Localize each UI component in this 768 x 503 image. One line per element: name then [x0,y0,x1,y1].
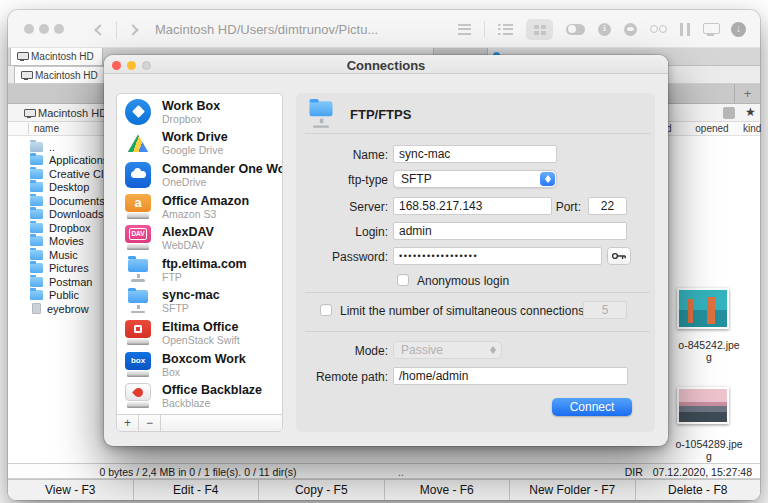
download-icon[interactable] [731,22,746,37]
ftp-type-select[interactable]: SFTP [393,170,557,188]
file-name: Desktop [49,181,89,193]
service-icon [125,288,151,314]
back-icon[interactable] [94,24,105,35]
column-kind[interactable]: kind [743,123,761,134]
column-opened[interactable]: opened [686,123,738,134]
timestamp: 07.12.2020, 15:27:48 [653,466,752,478]
service-icon [125,162,151,188]
thumbnails-view-icon[interactable] [526,19,553,40]
function-key-button[interactable]: Copy - F5 [259,480,385,500]
connection-protocol: Google Drive [162,144,228,156]
tab-macintosh-hd-2[interactable]: Macintosh HD [14,66,107,83]
file-name: Music [49,249,78,261]
connect-button[interactable]: Connect [552,398,632,416]
minimize-button[interactable] [39,24,49,34]
left-pane-location-label: Macintosh HD [38,107,107,119]
breadcrumb-path[interactable]: Macintosh HD/Users/dimtrunov/Pictu... [155,22,378,37]
file-name: Creative Cl [49,168,103,180]
forward-icon[interactable] [127,24,138,35]
brief-view-icon[interactable] [498,24,513,35]
image-filename[interactable]: o-845242.jpeg [672,340,746,363]
connection-list-item[interactable]: Work Box Dropbox [117,96,282,128]
connection-list-item[interactable]: Eltima Office OpenStack Swift [117,317,282,349]
file-type-icon [30,263,43,273]
server-label: Server: [300,200,388,214]
connection-list-item[interactable]: AlexDAV WebDAV [117,222,282,254]
add-connection-button[interactable]: + [117,415,139,431]
dialog-title: Connections [104,58,668,73]
connection-list-item[interactable]: Office Amazon Amazon S3 [117,191,282,223]
main-toolbar: Macintosh HD/Users/dimtrunov/Pictu... [8,10,760,48]
file-type-icon [30,290,43,300]
connections-sidebar: Work Box Dropbox Work Drive Google Drive [116,93,283,432]
left-pane-location[interactable]: Macintosh HD [24,104,107,122]
toggle-hidden-files-icon[interactable] [566,24,585,35]
zoom-button[interactable] [54,24,64,34]
keychain-button[interactable] [607,247,631,265]
function-key-button[interactable]: New Folder - F7 [510,480,636,500]
name-label: Name: [300,148,388,162]
selection-status: DIR07.12.2020, 15:27:48 [625,466,752,478]
right-pane-status: .. [398,466,404,478]
port-label: Port: [526,200,581,214]
file-name: Postman [49,276,92,288]
separator [305,292,650,293]
dir-label: DIR [625,466,643,478]
password-input[interactable] [393,247,602,265]
connection-list-item[interactable]: Boxcom Work Box [117,349,282,381]
network-connections-icon[interactable] [703,23,718,36]
image-filename[interactable]: o-1054289.jpeg [672,439,746,462]
function-key-button[interactable]: Delete - F8 [636,480,761,500]
tab-label: Macintosh HD [31,51,94,62]
function-key-button[interactable]: View - F3 [8,480,134,500]
file-type-icon [30,250,43,260]
remote-path-input[interactable] [393,367,628,385]
function-key-button[interactable]: Edit - F4 [134,480,260,500]
thumbnail-mountains[interactable] [677,387,729,424]
connection-list-item[interactable]: Office Backblaze Backblaze [117,380,282,412]
function-key-button[interactable]: Move - F6 [385,480,511,500]
login-input[interactable] [393,222,627,240]
service-icon [125,130,151,156]
limit-connections-checkbox[interactable] [320,304,332,316]
connection-protocol: Dropbox [162,113,220,125]
connection-list-item[interactable]: Work Drive Google Drive [117,128,282,160]
connection-list-item[interactable]: ftp.eltima.com FTP [117,254,282,286]
connection-title: Work Drive [162,130,228,144]
connection-list-item[interactable]: sync-mac SFTP [117,286,282,318]
window-traffic-lights[interactable] [24,24,64,34]
file-name: eyebrow [47,303,89,315]
favorites-star-icon[interactable]: ★ [745,105,756,119]
tab-macintosh-hd-1[interactable]: Macintosh HD [10,48,103,65]
file-name: Documents [49,195,105,207]
connection-title: Commander One Work [162,162,282,176]
close-button[interactable] [24,24,34,34]
stop-square-icon[interactable] [723,107,735,119]
column-name[interactable]: name [28,123,59,134]
anonymous-checkbox[interactable] [397,274,409,286]
connection-title: Office Amazon [162,194,249,208]
remove-connection-button[interactable]: − [139,415,161,431]
ftp-type-value: SFTP [401,172,432,186]
file-name: Movies [49,235,84,247]
search-icon[interactable] [650,24,667,35]
connection-list-item[interactable]: Commander One Work OneDrive [117,159,282,191]
thumbnail-doors[interactable] [677,288,729,329]
limit-connections-label: Limit the number of simultaneous connect… [340,304,597,318]
dialog-title-bar[interactable]: Connections [104,55,668,74]
connection-protocol: Backblaze [162,397,262,409]
queue-icon[interactable] [680,23,690,36]
panel-header: FTP/FTPS [308,101,411,127]
toolbar-divider [484,21,485,37]
add-tab-button[interactable]: + [734,84,760,103]
file-type-icon [30,169,43,179]
preview-icon[interactable] [624,23,637,36]
port-input[interactable] [588,197,627,215]
file-name: Pictures [49,262,89,274]
info-icon[interactable] [598,23,611,36]
name-input[interactable] [393,145,557,163]
anonymous-label: Anonymous login [417,274,509,288]
full-view-icon[interactable] [458,24,471,35]
service-icon [125,257,151,283]
file-type-icon [30,223,43,233]
